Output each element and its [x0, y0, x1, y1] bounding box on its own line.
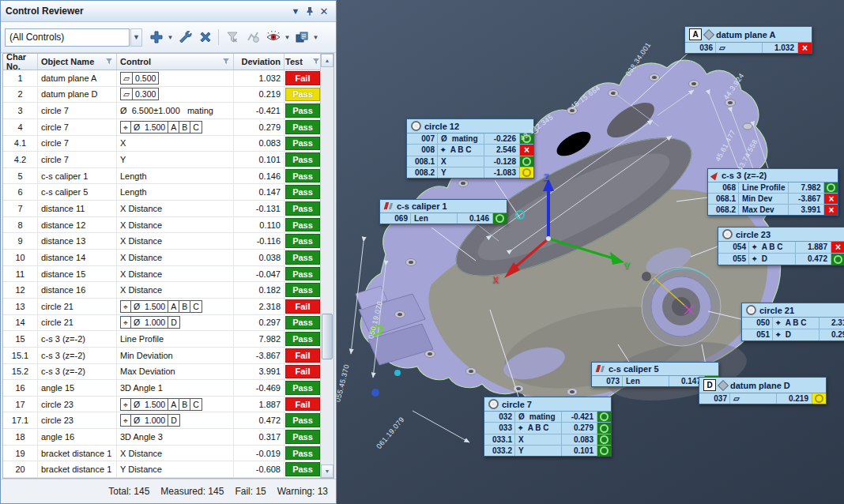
callout-circle-21[interactable]: circle 21 050⌖A B C2.318×051⌖D0.297	[741, 303, 844, 341]
table-row[interactable]: 5 c-s caliper 1 Length 0.146 Pass	[3, 168, 320, 185]
test-status-cell: Pass	[284, 266, 321, 282]
summary-statusbar: Total: 145 Measured: 145 Fail: 15 Warnin…	[1, 479, 336, 503]
status-badge: Pass	[285, 185, 320, 199]
3d-viewport[interactable]: X Y Z A datum plane A 036▱1.032× circle …	[337, 0, 844, 504]
table-row[interactable]: 10 distance 14 X Distance 0.038 Pass	[3, 250, 320, 266]
table-row[interactable]: 17 circle 23 ⌖Ø 1.500ABC 1.887 Fail	[3, 397, 320, 413]
summary-fail: Fail: 15	[235, 486, 266, 497]
callout-header: c-s caliper 1	[380, 200, 507, 213]
callout-datum-plane-d[interactable]: D datum plane D 037▱0.219	[699, 377, 827, 404]
callout-header: circle 7	[484, 397, 611, 411]
datum-letter: D	[703, 379, 716, 391]
deviation-cell: 0.219	[234, 87, 284, 103]
report-button[interactable]	[292, 27, 311, 47]
test-status-cell: Pass	[284, 233, 321, 249]
pin-icon[interactable]	[303, 4, 317, 18]
add-control-menu-arrow[interactable]: ▼	[167, 34, 174, 41]
table-row[interactable]: 17.1 circle 23 ⌖Ø 1.000D 0.472 Pass	[3, 412, 320, 429]
callout-circle-7[interactable]: circle 7 032Ømating-0.421033⌖A B C0.2790…	[484, 397, 612, 457]
table-row[interactable]: 20 bracket distance 1 Y Distance -0.608 …	[3, 461, 320, 478]
table-row[interactable]: 8 distance 12 X Distance 0.110 Pass	[3, 217, 320, 234]
object-name-cell: circle 21	[38, 299, 117, 314]
callout-cs-caliper-1[interactable]: c-s caliper 1 069Len0.146	[379, 199, 507, 224]
table-row[interactable]: 11 distance 15 X Distance -0.047 Pass	[3, 266, 320, 283]
clear-filter-icon	[225, 30, 239, 44]
table-row[interactable]: 12 distance 16 X Distance 0.182 Pass	[3, 282, 320, 299]
callout-datum-plane-a[interactable]: A datum plane A 036▱1.032×	[684, 26, 812, 54]
scrollbar-track[interactable]	[321, 67, 333, 465]
table-row[interactable]: 13 circle 21 ⌖Ø 1.500ABC 2.318 Fail	[3, 299, 320, 315]
test-status-cell: Pass	[284, 282, 321, 298]
deviation-cell: -0.608	[234, 461, 284, 477]
table-row[interactable]: 15 c-s 3 (z=-2) Line Profile 7.982 Pass	[3, 331, 320, 348]
pen-icon	[710, 171, 720, 181]
table-row[interactable]: 3 circle 7 Ø 6.500±1.000 mating -0.421 P…	[3, 103, 320, 119]
object-name-cell: circle 7	[38, 119, 117, 135]
callout-circle-12[interactable]: circle 12 007Ømating-0.226008⌖A B C2.546…	[406, 118, 534, 179]
object-name-cell: distance 11	[38, 201, 117, 216]
object-name-cell: angle 15	[38, 380, 117, 396]
deviation-cell: 7.982	[234, 331, 284, 347]
filter-icon[interactable]	[222, 58, 230, 66]
add-control-button[interactable]	[146, 27, 166, 47]
table-row[interactable]: 6 c-s caliper 5 Length 0.147 Pass	[3, 184, 320, 201]
test-status-cell: Fail	[284, 348, 321, 363]
deviation-cell: 2.318	[234, 299, 284, 314]
report-menu-arrow[interactable]: ▼	[312, 34, 319, 41]
selection-link-button	[243, 27, 262, 47]
table-row[interactable]: 14 circle 21 ⌖Ø 1.000D 0.297 Pass	[3, 315, 320, 332]
scroll-up-button[interactable]: ▲	[321, 54, 333, 67]
filter-combobox-value: (All Controls)	[9, 32, 64, 43]
table-row[interactable]: 4 circle 7 ⌖Ø 1.500ABC 0.279 Pass	[3, 119, 320, 136]
test-status-cell: Pass	[284, 87, 321, 103]
table-row[interactable]: 18 angle 16 3D Angle 3 0.317 Pass	[3, 429, 320, 446]
table-row[interactable]: 9 distance 13 X Distance -0.116 Pass	[3, 233, 320, 250]
scroll-down-button[interactable]: ▼	[321, 465, 333, 478]
table-row[interactable]: 2 datum plane D ▱0.300 0.219 Pass	[3, 87, 320, 103]
table-row[interactable]: 15.1 c-s 3 (z=-2) Min Deviation -3.867 F…	[3, 348, 320, 364]
test-status-cell: Pass	[284, 461, 321, 477]
table-row[interactable]: 4.2 circle 7 Y 0.101 Pass	[3, 152, 320, 168]
column-header-object-name[interactable]: Object Name	[38, 54, 117, 70]
filter-icon[interactable]	[105, 58, 113, 66]
callout-cs-3-z-2[interactable]: c-s 3 (z=-2) 068Line Profile7.982068.1Mi…	[707, 168, 838, 216]
edit-control-icon	[178, 30, 192, 44]
deviation-cell: 0.083	[234, 136, 284, 152]
table-scrollbar[interactable]: ▲ ▼	[320, 54, 333, 478]
table-row[interactable]: 19 bracket distance 1 X Distance -0.019 …	[3, 446, 320, 462]
status-badge: Pass	[285, 234, 320, 248]
status-badge: Pass	[285, 137, 320, 151]
table-row[interactable]: 4.1 circle 7 X 0.083 Pass	[3, 136, 320, 152]
column-header-test[interactable]: Test	[284, 54, 321, 70]
close-icon[interactable]: ✕	[317, 4, 331, 18]
callout-body: 036▱1.032×	[685, 42, 812, 53]
visibility-button[interactable]	[263, 27, 283, 47]
status-badge: Pass	[285, 413, 320, 427]
visibility-menu-arrow[interactable]: ▼	[284, 34, 291, 41]
edit-control-button[interactable]	[175, 27, 194, 47]
dimension-label: 45.61.477	[714, 129, 737, 163]
circle-icon	[488, 399, 499, 409]
filter-combobox-arrow[interactable]: ▼	[130, 28, 142, 47]
table-row[interactable]: 1 datum plane A ▱0.500 1.032 Fail	[3, 70, 320, 87]
table-row[interactable]: 15.2 c-s 3 (z=-2) Max Deviation 3.991 Fa…	[3, 364, 320, 381]
delete-control-button[interactable]	[195, 27, 215, 47]
callout-circle-23[interactable]: circle 23 054⌖A B C1.887×055⌖D0.472	[718, 227, 844, 265]
column-header-char-no[interactable]: Char No.	[3, 54, 38, 70]
column-header-control[interactable]: Control	[117, 54, 234, 70]
column-header-deviation[interactable]: Deviation	[234, 54, 284, 70]
char-no-cell: 11	[3, 266, 38, 282]
object-name-cell: c-s 3 (z=-2)	[38, 331, 117, 347]
callout-title: circle 21	[759, 306, 794, 315]
filter-icon[interactable]	[312, 58, 320, 66]
control-cell: ▱0.300	[117, 87, 234, 103]
scrollbar-thumb[interactable]	[322, 314, 333, 359]
test-status-cell: Fail	[284, 364, 321, 380]
table-row[interactable]: 7 distance 11 X Distance -0.131 Pass	[3, 201, 320, 217]
window-menu-icon[interactable]: ▼	[288, 4, 303, 18]
callout-title: datum plane D	[730, 381, 790, 390]
x-axis-label: X	[493, 275, 499, 284]
table-row[interactable]: 16 angle 15 3D Angle 1 -0.469 Pass	[3, 380, 320, 397]
filter-combobox[interactable]: (All Controls)	[5, 28, 130, 47]
status-badge: Pass	[285, 267, 320, 281]
